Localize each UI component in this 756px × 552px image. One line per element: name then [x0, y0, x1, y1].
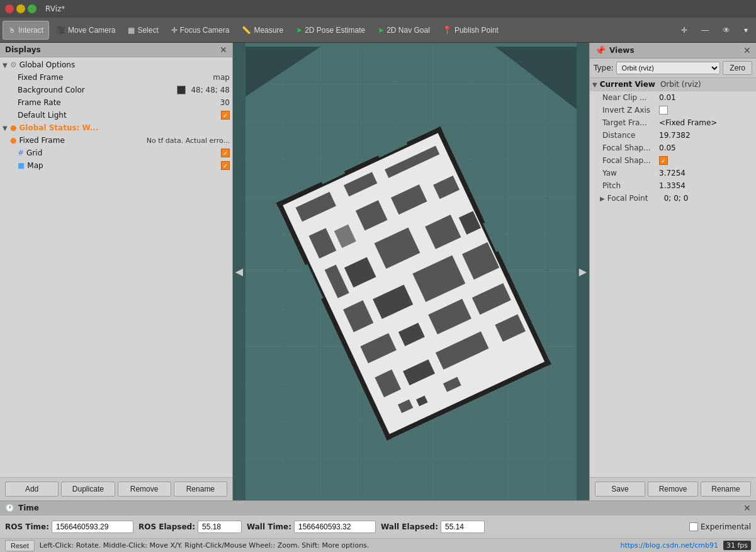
- wall-elapsed-group: Wall Elapsed:: [381, 521, 485, 533]
- fixed-frame-value: map: [213, 73, 230, 82]
- displays-close-button[interactable]: ✕: [220, 45, 227, 54]
- viewport-right-arrow[interactable]: ▶: [577, 43, 589, 500]
- remove-display-button[interactable]: Remove: [118, 482, 171, 497]
- nav-goal-button[interactable]: ➤ 2D Nav Goal: [372, 21, 436, 40]
- move-camera-button[interactable]: 🎥 Move Camera: [50, 21, 121, 40]
- viewport-canvas[interactable]: [245, 43, 577, 500]
- duplicate-display-button[interactable]: Duplicate: [61, 482, 115, 497]
- time-panel-title: Time: [18, 504, 39, 512]
- ros-elapsed-group: ROS Elapsed:: [138, 521, 242, 533]
- views-close-button[interactable]: ✕: [743, 46, 751, 55]
- time-content: ROS Time: ROS Elapsed: Wall Time: Wall E…: [0, 515, 756, 538]
- main-area: Displays ✕ ▼ ⚙ Global Options Fixed Fram…: [0, 43, 756, 500]
- current-view-type: Orbit (rviz): [660, 80, 701, 89]
- target-frame-value: <Fixed Frame>: [659, 118, 717, 127]
- cv-row-focal-shape-2: Focal Shap... ✓: [590, 154, 756, 167]
- frame-rate-value: 30: [220, 98, 230, 107]
- views-type-select[interactable]: Orbit (rviz): [616, 62, 721, 74]
- map-visualization: [245, 43, 577, 500]
- publish-point-label: Publish Point: [454, 26, 499, 35]
- current-view-tree: ▼ Current View Orbit (rviz) Near Clip ..…: [590, 78, 756, 477]
- save-view-button[interactable]: Save: [595, 482, 645, 497]
- tree-item-frame-rate[interactable]: Frame Rate 30: [0, 96, 232, 109]
- remove-view-button[interactable]: Remove: [648, 482, 698, 497]
- minus-icon-button[interactable]: —: [696, 21, 714, 40]
- cv-row-pitch: Pitch 1.3354: [590, 179, 756, 192]
- current-view-header[interactable]: ▼ Current View Orbit (rviz): [590, 78, 756, 91]
- grid-checkbox[interactable]: ✓: [221, 149, 230, 157]
- wall-time-input[interactable]: [294, 521, 376, 533]
- close-button[interactable]: [5, 4, 14, 13]
- measure-label: Measure: [254, 26, 283, 35]
- bg-color-value: 48; 48; 48: [191, 86, 230, 94]
- add-display-button[interactable]: Add: [5, 482, 59, 497]
- wall-elapsed-input[interactable]: [441, 521, 485, 533]
- fixed-frame-status-icon: ●: [10, 136, 16, 145]
- views-panel-header: 📌 Views ✕: [590, 43, 756, 59]
- focal-shape-2-checkbox[interactable]: ✓: [659, 156, 668, 165]
- current-view-arrow: ▼: [592, 81, 597, 88]
- tree-item-fixed-frame[interactable]: Fixed Frame map: [0, 71, 232, 84]
- maximize-button[interactable]: [28, 4, 37, 13]
- invert-z-checkbox[interactable]: [659, 106, 668, 115]
- interact-button[interactable]: 🖱 Interact: [3, 21, 49, 40]
- publish-point-icon: 📍: [443, 26, 452, 35]
- tree-item-map[interactable]: ■ Map ✓: [0, 159, 232, 172]
- ros-time-input[interactable]: [52, 521, 133, 533]
- invert-z-key: Invert Z Axis: [602, 106, 659, 115]
- pose-estimate-button[interactable]: ➤ 2D Pose Estimate: [290, 21, 371, 40]
- near-clip-value: 0.01: [659, 93, 676, 102]
- viewport-left-arrow[interactable]: ◀: [233, 43, 245, 500]
- time-close-button[interactable]: ✕: [743, 503, 751, 513]
- experimental-checkbox[interactable]: [689, 522, 698, 531]
- select-label: Select: [137, 26, 158, 35]
- map-label: Map: [27, 161, 221, 170]
- rename-display-button[interactable]: Rename: [174, 482, 227, 497]
- tree-item-global-options[interactable]: ▼ ⚙ Global Options: [0, 59, 232, 71]
- map-icon: ■: [18, 161, 25, 170]
- move-camera-icon: 🎥: [56, 26, 65, 35]
- eye-icon-button[interactable]: 👁: [717, 21, 736, 40]
- views-type-label: Type:: [594, 64, 614, 72]
- current-view-title: Current View: [600, 80, 655, 89]
- tree-item-background-color[interactable]: Background Color 48; 48; 48: [0, 84, 232, 96]
- tree-item-global-status[interactable]: ▼ ● Global Status: W...: [0, 121, 232, 134]
- move-camera-label: Move Camera: [68, 26, 115, 35]
- focal-shape-1-value: 0.05: [659, 144, 676, 152]
- toolbar-right: ✛ — 👁 ▾: [675, 21, 753, 40]
- views-type-row: Type: Orbit (rviz) Zero: [590, 59, 756, 78]
- nav-goal-icon: ➤: [378, 26, 384, 35]
- wall-time-group: Wall Time:: [247, 521, 376, 533]
- focal-shape-2-key: Focal Shap...: [602, 156, 659, 165]
- views-zero-button[interactable]: Zero: [723, 61, 752, 75]
- center-viewport[interactable]: ◀: [233, 43, 589, 500]
- add-icon-button[interactable]: ✛: [675, 21, 693, 40]
- wall-elapsed-label: Wall Elapsed:: [381, 522, 438, 531]
- views-pin-icon: 📌: [595, 45, 606, 55]
- default-light-checkbox[interactable]: ✓: [221, 111, 230, 120]
- cv-row-focal-point[interactable]: ▶ Focal Point 0; 0; 0: [590, 192, 756, 205]
- tree-item-default-light[interactable]: Default Light ✓: [0, 109, 232, 121]
- reset-button[interactable]: Reset: [5, 540, 35, 551]
- tree-item-fixed-frame-status[interactable]: ● Fixed Frame No tf data. Actual erro...: [0, 134, 232, 147]
- views-title: Views: [609, 46, 635, 55]
- experimental-area: Experimental: [689, 522, 751, 531]
- focus-camera-label: Focus Camera: [180, 26, 230, 35]
- interact-label: Interact: [18, 26, 43, 35]
- ros-elapsed-input[interactable]: [198, 521, 242, 533]
- map-checkbox[interactable]: ✓: [221, 161, 230, 170]
- window-controls[interactable]: [5, 4, 37, 13]
- global-options-arrow: ▼: [3, 62, 10, 69]
- displays-buttons-bar: Add Duplicate Remove Rename: [0, 477, 232, 500]
- more-options-button[interactable]: ▾: [738, 21, 753, 40]
- fixed-frame-error-text: No tf data. Actual erro...: [147, 137, 230, 145]
- distance-key: Distance: [602, 131, 659, 140]
- measure-button[interactable]: 📏 Measure: [236, 21, 289, 40]
- publish-point-button[interactable]: 📍 Publish Point: [437, 21, 504, 40]
- focus-camera-button[interactable]: ✛ Focus Camera: [166, 21, 235, 40]
- select-button[interactable]: ▦ Select: [122, 21, 164, 40]
- minimize-button[interactable]: [16, 4, 25, 13]
- rename-view-button[interactable]: Rename: [701, 482, 751, 497]
- time-title-area: 🕐 Time: [5, 504, 39, 512]
- tree-item-grid[interactable]: # Grid ✓: [0, 147, 232, 159]
